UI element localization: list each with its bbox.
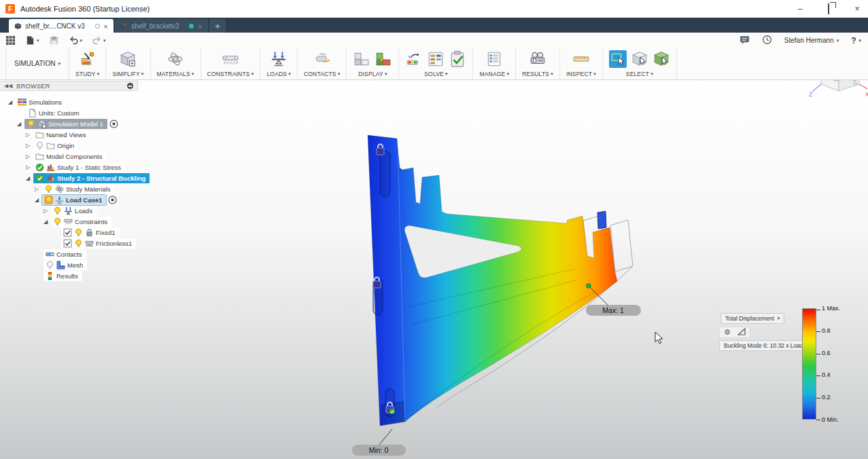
document-tab[interactable]: shelf_bracketv3×: [115, 19, 208, 33]
close-button[interactable]: ×: [853, 4, 861, 14]
checkbox-checked-icon[interactable]: [63, 239, 72, 248]
expander-expanded-icon[interactable]: ◢: [26, 175, 33, 181]
expander-expanded-icon[interactable]: ◢: [44, 219, 51, 225]
tree-item-study-1-static-stress[interactable]: ▷Study 1 - Static Stress: [0, 162, 138, 172]
help-menu[interactable]: ? ▾: [851, 36, 861, 45]
manage-icon[interactable]: [485, 50, 503, 68]
tree-item-origin[interactable]: ▷Origin: [0, 140, 138, 151]
simplify-icon[interactable]: [119, 50, 137, 68]
undo-button[interactable]: ▾: [69, 35, 83, 47]
tree-item-study-materials[interactable]: ▷Study Materials: [0, 183, 138, 194]
constraints-ribbon-icon[interactable]: [222, 50, 239, 68]
tree-item-study-2-structural-buckling[interactable]: ◢Study 2 - Structural Buckling: [0, 172, 138, 183]
ribbon-group-display[interactable]: DISPLAY▾: [347, 48, 399, 79]
result-type-dropdown[interactable]: Total Displacement▾: [721, 313, 784, 324]
visibility-bulb-icon[interactable]: [74, 228, 83, 237]
expander-collapsed-icon[interactable]: ▷: [26, 132, 33, 138]
ribbon-group-select[interactable]: SELECT▾: [603, 48, 677, 79]
tab-close-icon[interactable]: ×: [103, 22, 109, 30]
expander-expanded-icon[interactable]: ◢: [17, 121, 24, 127]
ribbon-group-manage[interactable]: MANAGE▾: [473, 48, 516, 79]
user-menu[interactable]: Stefan Hermann ▾: [784, 37, 839, 44]
tree-item-loads[interactable]: ▷Loads: [0, 205, 138, 216]
new-tab-button[interactable]: +: [209, 19, 226, 33]
restore-button[interactable]: [824, 4, 833, 14]
ribbon-group-simplify[interactable]: SIMPLIFY▾: [106, 48, 150, 79]
browser-header[interactable]: ◀◀ BROWSER: [0, 81, 138, 91]
tree-item-mesh[interactable]: Mesh: [0, 259, 138, 270]
visibility-bulb-icon[interactable]: [46, 261, 54, 270]
ribbon-group-results[interactable]: RESULTS▾: [516, 48, 560, 79]
visibility-bulb-icon[interactable]: [27, 120, 35, 128]
expander-collapsed-icon[interactable]: ▷: [35, 186, 42, 192]
tree-item-fixed1[interactable]: Fixed1: [0, 227, 138, 238]
visibility-bulb-icon[interactable]: [44, 196, 53, 204]
expander-expanded-icon[interactable]: ◢: [35, 197, 42, 203]
workspace-selector[interactable]: SIMULATION▾: [5, 48, 69, 79]
visibility-bulb-icon[interactable]: [74, 239, 83, 248]
ribbon-group-solve[interactable]: SOLVE▾: [399, 48, 473, 79]
max-annotation[interactable]: Max: 1: [586, 305, 641, 316]
display-a-icon[interactable]: [353, 50, 370, 68]
tree-item-units-custom[interactable]: Units: Custom: [0, 107, 138, 118]
solve-c-icon[interactable]: [449, 50, 466, 68]
min-annotation[interactable]: Min: 0: [352, 445, 406, 456]
tree-item-named-views[interactable]: ▷Named Views: [0, 129, 138, 140]
loads-ribbon-icon[interactable]: [270, 50, 288, 68]
expander-collapsed-icon[interactable]: ▷: [26, 153, 33, 160]
visibility-bulb-icon[interactable]: [53, 217, 62, 226]
ribbon-group-loads[interactable]: LOADS▾: [260, 48, 298, 79]
activate-icon[interactable]: [109, 120, 118, 128]
tree-item-constraints[interactable]: ◢Constraints: [0, 216, 138, 227]
solve-a-icon[interactable]: [405, 50, 423, 68]
tree-item-model-components[interactable]: ▷Model Components: [0, 151, 138, 162]
results-ribbon-icon[interactable]: [529, 50, 546, 68]
ribbon-group-constraints[interactable]: CONSTRAINTS▾: [201, 48, 261, 79]
visibility-bulb-icon[interactable]: [44, 185, 53, 194]
checkbox-checked-icon[interactable]: [63, 228, 72, 237]
visibility-bulb-icon[interactable]: [35, 141, 44, 150]
study-new-icon[interactable]: [79, 50, 97, 68]
document-tab[interactable]: shelf_br....CNCK v3×: [9, 19, 114, 33]
tree-item-simulations[interactable]: ◢Simulations: [0, 96, 138, 107]
user-name: Stefan Hermann: [784, 37, 834, 44]
materials-ribbon-icon[interactable]: [167, 50, 184, 68]
save-button[interactable]: [49, 35, 59, 47]
collapse-panel-icon[interactable]: ◀◀: [4, 83, 12, 89]
inspect-icon[interactable]: [572, 50, 590, 68]
contacts-ribbon-icon[interactable]: [313, 50, 331, 68]
tree-item-frictionless1[interactable]: Frictionless1: [0, 238, 138, 249]
expander-expanded-icon[interactable]: ◢: [8, 99, 16, 105]
minimize-button[interactable]: –: [796, 4, 804, 14]
ribbon-group-inspect[interactable]: INSPECT▾: [560, 48, 603, 79]
display-b-icon[interactable]: [375, 50, 392, 68]
expander-collapsed-icon[interactable]: ▷: [44, 208, 51, 214]
chevron-down-icon: ▾: [445, 71, 448, 77]
ribbon-group-study[interactable]: STUDY▾: [69, 48, 107, 79]
tree-item-results[interactable]: Results: [0, 270, 138, 281]
app-grid-button[interactable]: [5, 35, 16, 47]
job-status-button[interactable]: [762, 35, 772, 46]
tree-item-contacts[interactable]: Contacts: [0, 249, 138, 259]
solve-b-icon[interactable]: [427, 50, 445, 68]
ribbon-group-materials[interactable]: MATERIALS▾: [151, 48, 201, 79]
select-active-icon[interactable]: [609, 50, 627, 68]
legend-settings-icon[interactable]: ⚙: [724, 328, 731, 337]
select-cube2-icon[interactable]: [653, 50, 670, 68]
visibility-bulb-icon[interactable]: [53, 206, 62, 215]
tab-close-icon[interactable]: ×: [197, 22, 203, 30]
tree-item-simulation-model-1[interactable]: ◢Simulation Model 1: [0, 118, 138, 129]
activate-icon[interactable]: [108, 196, 117, 204]
tree-item-load-case1[interactable]: ◢Load Case1: [0, 194, 138, 205]
ribbon-group-contacts[interactable]: CONTACTS▾: [298, 48, 347, 79]
file-menu-button[interactable]: ▾: [25, 35, 39, 47]
redo-button[interactable]: ▾: [92, 35, 106, 47]
model-bracket[interactable]: [368, 135, 617, 426]
buckling-mode-dropdown[interactable]: Buckling Mode 6: 10.32 x Load▾: [719, 340, 814, 351]
expander-collapsed-icon[interactable]: ▷: [26, 143, 33, 149]
notifications-button[interactable]: [740, 35, 750, 46]
expander-collapsed-icon[interactable]: ▷: [26, 164, 33, 170]
select-cube-icon[interactable]: [631, 50, 648, 68]
deformation-scale-icon[interactable]: [737, 328, 746, 337]
panel-options-icon[interactable]: [127, 83, 133, 89]
